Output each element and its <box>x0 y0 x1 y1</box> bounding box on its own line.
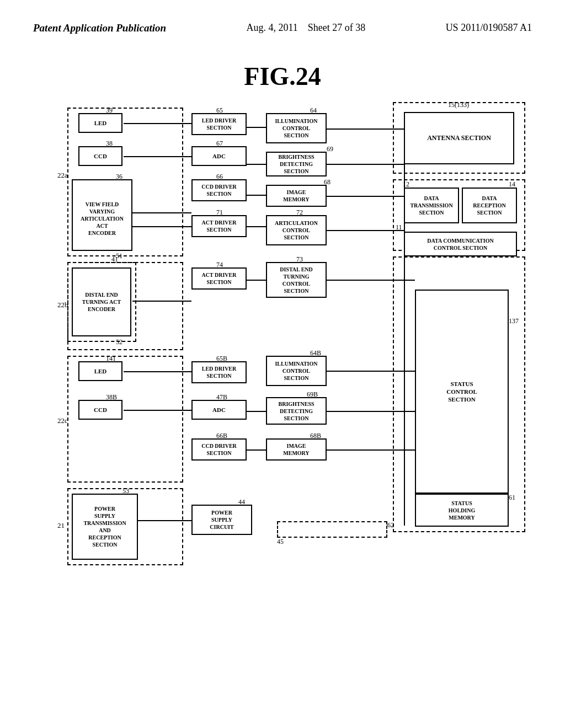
arrow-imagemem68b-right <box>327 449 415 451</box>
arrow-distalact-actdriver74 <box>132 301 191 302</box>
label-69b: 69B <box>307 390 318 399</box>
box-distal-turning-73: DISTAL ENDTURNINGCONTROLSECTION <box>266 262 327 298</box>
label-74: 74 <box>216 261 223 269</box>
label-36: 36 <box>116 173 122 181</box>
label-53: 53 <box>122 487 129 495</box>
label-64b: 64B <box>310 349 321 357</box>
arrow-powersupply-circuit <box>138 520 191 521</box>
header-date: Aug. 4, 2011 <box>246 22 297 33</box>
label-41: 41 <box>111 255 118 264</box>
box-ccd-38: CCD <box>78 146 122 166</box>
box-data-comm: DATA COMMUNICATIONCONTROL SECTION <box>404 232 517 256</box>
arrow-illum-right <box>327 129 404 130</box>
arrow-bright69b-right <box>327 411 415 412</box>
arrow-brightness-right <box>327 164 404 165</box>
box-ccd-38b: CCD <box>78 400 122 420</box>
arrow-distalturn-right <box>327 280 415 281</box>
box-data-reception: DATARECEPTIONSECTION <box>462 188 517 223</box>
label-52: 52 <box>116 338 122 346</box>
arrow-led39-driver <box>124 123 191 124</box>
diagram-area: 22a 22b 22c 21 15(133) 11 62 LED 39 CCD … <box>34 102 531 643</box>
label-45: 45 <box>277 538 284 546</box>
box-ccd-driver-66b: CCD DRIVERSECTION <box>191 438 247 461</box>
label-66b: 66B <box>216 432 227 440</box>
box-power-supply-trans: POWERSUPPLYTRANSMISSIONANDRECEPTIONSECTI… <box>72 494 138 560</box>
region-62 <box>277 521 387 538</box>
box-led-driver-65b: LED DRIVERSECTION <box>191 361 247 383</box>
box-status-holding: STATUSHOLDINGMEMORY <box>415 494 509 527</box>
label-68b: 68B <box>310 432 321 440</box>
box-ccd-driver-66: CCD DRIVERSECTION <box>191 179 247 201</box>
arrow-ccd38b-adc47b <box>124 410 191 411</box>
box-brightness-69: BRIGHTNESSDETECTINGSECTION <box>266 152 327 176</box>
label-61: 61 <box>509 494 515 502</box>
box-illumination-64b: ILLUMINATIONCONTROLSECTION <box>266 356 327 386</box>
label-22b: 22b <box>57 301 68 309</box>
label-38b: 38B <box>106 393 117 402</box>
label-22a: 22a <box>57 171 68 180</box>
arrow-ccddriver66b-imagemem68b <box>247 449 266 451</box>
arrow-viewfield-ccddriver <box>132 212 191 213</box>
box-adc-47b: ADC <box>191 400 247 420</box>
label-62: 62 <box>387 521 394 529</box>
arrow-actdriver-articulation <box>247 226 266 227</box>
box-act-driver-71: ACT DRIVERSECTION <box>191 215 247 237</box>
label-47b: 47B <box>216 393 227 402</box>
label-38: 38 <box>106 140 113 148</box>
label-22c: 22c <box>57 416 68 425</box>
arrow-led141-driver65b <box>124 371 191 372</box>
label-69: 69 <box>327 145 333 153</box>
box-act-driver-74: ACT DRIVERSECTION <box>191 267 247 290</box>
fig-title: FIG.24 <box>0 62 565 91</box>
arrow-viewfield-actdriver <box>132 226 191 227</box>
label-66: 66 <box>216 173 223 181</box>
arrow-adc-brightness <box>247 164 266 165</box>
label-73: 73 <box>296 255 303 264</box>
header-center: Aug. 4, 2011 Sheet 27 of 38 <box>246 22 365 34</box>
label-137: 137 <box>509 317 519 325</box>
box-led-driver-65: LED DRIVERSECTION <box>191 113 247 135</box>
arrow-imagemem-right <box>327 196 404 197</box>
label-65b: 65B <box>216 355 227 363</box>
arrow-ccddriver-imagemem <box>247 195 266 196</box>
box-articulation-72: ARTICULATIONCONTROLSECTION <box>266 215 327 245</box>
label-65: 65 <box>216 106 223 115</box>
box-power-circuit-44: POWERSUPPLYCIRCUIT <box>191 505 252 535</box>
box-distal-act: DISTAL ENDTURNING ACTENCODER <box>72 267 131 336</box>
box-brightness-69b: BRIGHTNESSDETECTINGSECTION <box>266 397 327 425</box>
page-header: Patent Application Publication Aug. 4, 2… <box>0 0 565 45</box>
label-15-133: 15(133) <box>448 101 469 109</box>
arrow-adc47b-brightness69b <box>247 411 266 412</box>
label-72: 72 <box>296 208 303 217</box>
box-status-control: STATUSCONTROLSECTION <box>415 290 509 494</box>
box-data-transmission: DATATRANSMISSIONSECTION <box>404 188 459 223</box>
arrow-driver-illumination <box>247 127 266 128</box>
header-left: Patent Application Publication <box>33 22 166 34</box>
label-64: 64 <box>310 106 317 115</box>
label-44: 44 <box>238 498 245 506</box>
box-image-memory-68b: IMAGEMEMORY <box>266 438 327 461</box>
label-71: 71 <box>216 208 223 217</box>
label-14: 14 <box>509 180 515 189</box>
box-antenna: ANTENNA SECTION <box>404 112 514 164</box>
arrow-ccd38-adc <box>124 156 191 157</box>
arrow-actdriver74-distalturn <box>247 280 266 281</box>
header-sheet: Sheet 27 of 38 <box>308 22 365 33</box>
box-led-141: LED <box>78 361 122 381</box>
label-39: 39 <box>106 106 113 115</box>
label-67: 67 <box>216 140 223 148</box>
header-right: US 2011/0190587 A1 <box>446 22 532 34</box>
label-68: 68 <box>324 178 331 186</box>
label-21: 21 <box>57 521 65 530</box>
box-image-memory-68: IMAGEMEMORY <box>266 185 327 207</box>
box-view-field: VIEW FIELDVARYINGARTICULATIONACTENCODER <box>72 179 132 251</box>
arrow-articulation-right <box>327 230 404 231</box>
box-adc-67: ADC <box>191 146 247 166</box>
arrow-illum64b-right <box>327 371 415 372</box>
box-illumination-64: ILLUMINATIONCONTROLSECTION <box>266 113 327 143</box>
box-led-39: LED <box>78 113 122 133</box>
vline-right-connector <box>404 129 405 526</box>
label-141: 141 <box>106 355 116 363</box>
